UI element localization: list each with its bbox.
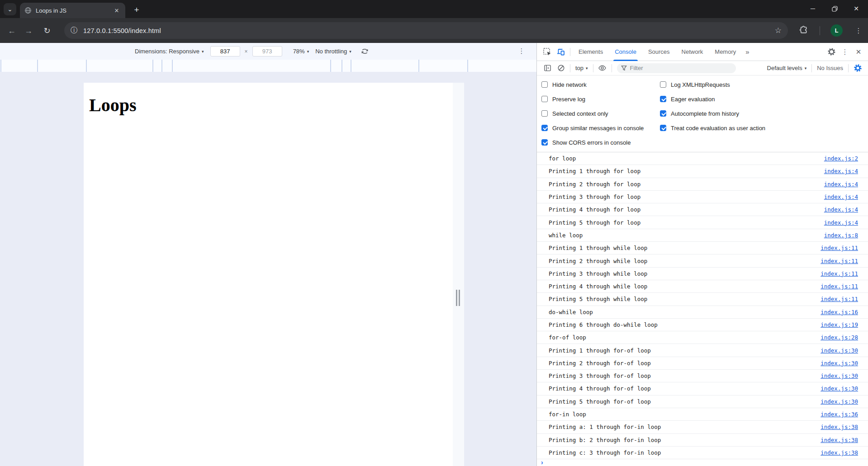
console-log-row: for-in loop index.js:36 <box>537 408 868 421</box>
checkbox[interactable] <box>541 125 548 131</box>
more-tabs-icon[interactable]: » <box>742 48 753 56</box>
source-link[interactable]: index.js:16 <box>821 309 858 315</box>
window-close-button[interactable]: ✕ <box>845 0 867 17</box>
browser-menu-icon[interactable]: ⋮ <box>853 24 864 37</box>
checkbox[interactable] <box>541 81 548 88</box>
log-text: Printing 4 through for loop <box>549 206 640 213</box>
profile-avatar[interactable]: L <box>830 24 843 37</box>
devtools-settings-gear-icon[interactable] <box>825 46 838 58</box>
clear-console-icon[interactable] <box>554 62 568 75</box>
source-link[interactable]: index.js:30 <box>821 372 858 379</box>
viewport-height-input[interactable] <box>252 46 282 56</box>
browser-tab[interactable]: Loops in JS ✕ <box>20 3 125 18</box>
tab-network[interactable]: Network <box>676 43 709 61</box>
source-link[interactable]: index.js:4 <box>824 168 858 174</box>
window-restore-button[interactable] <box>824 0 845 17</box>
omnibox[interactable]: ⓘ 127.0.0.1:5500/index.html ☆ <box>64 22 788 39</box>
checkbox-label: Treat code evaluation as user action <box>671 125 765 132</box>
checkbox[interactable] <box>660 96 666 102</box>
console-log-row: for loop index.js:2 <box>537 152 868 165</box>
filter-input[interactable] <box>630 65 721 71</box>
console-prompt[interactable]: › <box>537 459 868 466</box>
live-expression-eye-icon[interactable] <box>596 62 609 75</box>
viewport-resize-gutter[interactable] <box>453 83 464 466</box>
log-text: for-of loop <box>549 334 586 341</box>
console-filter[interactable] <box>617 63 736 73</box>
log-text: Printing 1 through for-of loop <box>549 347 651 354</box>
source-link[interactable]: index.js:4 <box>824 193 858 200</box>
console-sidebar-toggle-icon[interactable] <box>541 62 554 75</box>
rendered-webpage: Loops <box>84 83 453 466</box>
window-minimize-button[interactable]: ─ <box>802 0 824 17</box>
source-link[interactable]: index.js:30 <box>821 360 858 367</box>
source-link[interactable]: index.js:11 <box>821 270 858 277</box>
source-link[interactable]: index.js:4 <box>824 206 858 213</box>
throttling-dropdown[interactable]: No throttling ▾ <box>315 48 351 55</box>
checkbox[interactable] <box>660 81 666 88</box>
rotate-viewport-icon[interactable] <box>360 47 369 56</box>
issues-counter[interactable]: No Issues <box>814 65 846 71</box>
reload-icon[interactable]: ↻ <box>41 24 53 37</box>
url-text[interactable]: 127.0.0.1:5500/index.html <box>83 27 775 34</box>
source-link[interactable]: index.js:30 <box>821 385 858 392</box>
source-link[interactable]: index.js:30 <box>821 398 858 405</box>
source-link[interactable]: index.js:2 <box>824 155 858 162</box>
tab-memory[interactable]: Memory <box>709 43 742 61</box>
zoom-dropdown[interactable]: 78% ▾ <box>293 48 309 55</box>
log-levels-dropdown[interactable]: Default levels ▾ <box>764 65 810 71</box>
source-link[interactable]: index.js:11 <box>821 258 858 264</box>
source-link[interactable]: index.js:30 <box>821 347 858 354</box>
source-link[interactable]: index.js:4 <box>824 219 858 226</box>
checkbox[interactable] <box>541 110 548 117</box>
tab-title: Loops in JS <box>36 7 113 14</box>
checkbox[interactable] <box>541 139 548 146</box>
source-link[interactable]: index.js:38 <box>821 424 858 430</box>
viewport-width-input[interactable] <box>210 46 240 56</box>
devtools-menu-icon[interactable]: ⋮ <box>838 46 852 58</box>
back-icon[interactable]: ← <box>5 24 18 37</box>
checkbox[interactable] <box>541 96 548 102</box>
dimensions-label: Dimensions: Responsive <box>135 48 199 55</box>
device-toolbar-menu-icon[interactable]: ⋮ <box>516 45 527 57</box>
bookmark-star-icon[interactable]: ☆ <box>775 26 782 35</box>
device-toolbar-toggle-icon[interactable] <box>554 46 568 58</box>
source-link[interactable]: index.js:28 <box>821 334 858 341</box>
source-link[interactable]: index.js:11 <box>821 296 858 302</box>
resize-handle[interactable] <box>456 290 457 306</box>
log-text: Printing 4 through while loop <box>549 283 647 290</box>
dimension-separator: × <box>245 48 248 55</box>
source-link[interactable]: index.js:19 <box>821 321 858 328</box>
checkbox-label: Autocomplete from history <box>671 110 739 117</box>
checkbox[interactable] <box>660 125 666 131</box>
console-log-row: Printing 5 through while loop index.js:1… <box>537 293 868 306</box>
dimensions-dropdown[interactable]: Dimensions: Responsive ▾ <box>135 48 204 55</box>
context-value: top <box>575 65 583 71</box>
tab-console[interactable]: Console <box>609 43 642 61</box>
console-log-row: Printing 2 through while loop index.js:1… <box>537 254 868 267</box>
source-link[interactable]: index.js:38 <box>821 437 858 443</box>
source-link[interactable]: index.js:36 <box>821 411 858 418</box>
source-link[interactable]: index.js:8 <box>824 232 858 239</box>
console-settings-gear-icon[interactable] <box>851 62 864 75</box>
devtools-close-icon[interactable]: ✕ <box>852 46 865 58</box>
new-tab-button[interactable]: + <box>130 4 143 16</box>
tab-close-icon[interactable]: ✕ <box>113 6 121 14</box>
source-link[interactable]: index.js:38 <box>821 449 858 456</box>
tab-search-chevron-icon[interactable]: ⌄ <box>4 3 16 15</box>
console-setting-row: Autocomplete from history <box>660 106 765 121</box>
source-link[interactable]: index.js:11 <box>821 283 858 290</box>
inspect-element-icon[interactable] <box>541 46 554 58</box>
log-text: Printing 1 through for loop <box>549 168 640 174</box>
tab-sources[interactable]: Sources <box>642 43 676 61</box>
tab-elements[interactable]: Elements <box>573 43 609 61</box>
source-link[interactable]: index.js:11 <box>821 245 858 251</box>
source-link[interactable]: index.js:4 <box>824 181 858 188</box>
site-info-icon[interactable]: ⓘ <box>71 26 78 35</box>
context-selector[interactable]: top ▾ <box>573 65 591 71</box>
checkbox[interactable] <box>660 110 666 117</box>
forward-icon[interactable]: → <box>22 24 35 37</box>
extensions-icon[interactable] <box>799 25 809 35</box>
log-text: for loop <box>549 155 576 162</box>
devtools-panel: Elements Console Sources Network Memory … <box>536 43 868 466</box>
resize-handle[interactable] <box>459 290 460 306</box>
